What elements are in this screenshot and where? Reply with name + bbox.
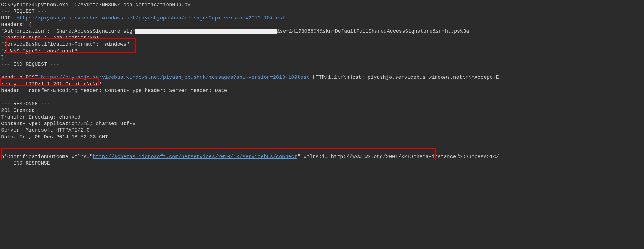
uri-line: URI: https://piyushjo.servicebus.windows… <box>1 15 643 21</box>
status-line: 201 Created <box>1 107 643 114</box>
outcome-link[interactable]: http://schemas.microsoft.com/netservices… <box>93 154 297 160</box>
header-chain-line: header: Transfer-Encoding header: Conten… <box>1 88 643 94</box>
outcome-suffix: " xmlns:i="http://www.w3.org/2001/XMLSch… <box>297 154 499 160</box>
date-line: Date: Fri, 05 Dec 2014 18:52:03 GMT <box>1 134 643 140</box>
sbn-format-header: "ServiceBusNotification-Format": "window… <box>1 41 643 48</box>
redacted-signature <box>135 29 277 34</box>
auth-rest: &se=1417805804&skn=DefaultFullSharedAcce… <box>277 29 469 34</box>
request-start: --- REQUEST --- <box>1 8 643 15</box>
auth-header-line: "Authorization": "SharedAccessSignature … <box>1 28 643 35</box>
uri-label: URI: <box>1 15 16 21</box>
wns-type-header: "X-WNS-Type": "wns/toast" <box>1 48 643 54</box>
send-suffix: HTTP/1.1\r\nHost: piyushjo.servicebus.wi… <box>310 75 499 80</box>
response-start: --- RESPONSE --- <box>1 101 643 107</box>
headers-close: } <box>1 54 643 61</box>
content-type-header: "Content-type": "application/xml" <box>1 35 643 41</box>
blank-line-2 <box>1 94 643 101</box>
send-line: send: b'POST https://piyushjo.servicebus… <box>1 74 643 81</box>
send-link[interactable]: https://piyushjo.servicebus.windows.net/… <box>41 75 310 80</box>
auth-key: "Authorization": "SharedAccessSignature … <box>1 29 135 34</box>
blank-line-1 <box>1 68 643 74</box>
transfer-encoding-line: Transfer-Encoding: chunked <box>1 114 643 121</box>
blank-line-4 <box>1 147 643 154</box>
uri-link[interactable]: https://piyushjo.servicebus.windows.net/… <box>16 15 285 21</box>
reply-line: reply: 'HTTP/1.1 201 Created\r\n' <box>1 81 643 88</box>
end-request-text: --- END REQUEST --- <box>1 62 59 67</box>
server-line: Server: Microsoft-HTTPAPI/2.0 <box>1 127 643 134</box>
outcome-line: b'<NotificationOutcome xmlns="http://sch… <box>1 154 643 160</box>
headers-open: Headers: { <box>1 21 643 28</box>
blank-line-3 <box>1 140 643 147</box>
end-request: --- END REQUEST --- <box>1 61 643 68</box>
end-response: --- END RESPONSE --- <box>1 160 643 167</box>
command-line: C:\Python34\python.exe C:/MyData/NHSDK/L… <box>1 2 643 8</box>
resp-content-type-line: Content-Type: application/xml; charset=u… <box>1 121 643 127</box>
send-prefix: send: b'POST <box>1 75 41 80</box>
text-cursor <box>59 62 59 67</box>
outcome-prefix: b'<NotificationOutcome xmlns=" <box>1 154 93 160</box>
